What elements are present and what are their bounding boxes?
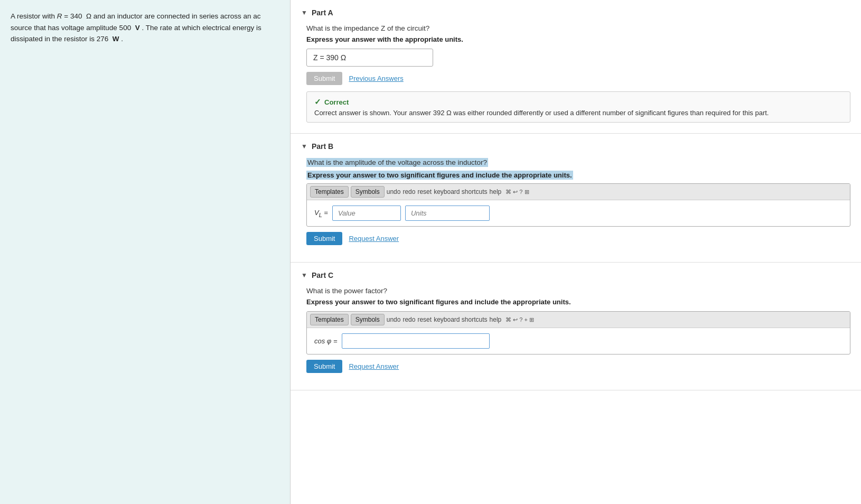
- part-b-reset-btn[interactable]: reset: [417, 188, 432, 195]
- part-c-collapse-arrow[interactable]: ▼: [301, 272, 307, 279]
- part-c-templates-btn[interactable]: Templates: [310, 314, 349, 325]
- part-c-math-label: cos φ =: [314, 337, 338, 345]
- part-b-templates-btn[interactable]: Templates: [310, 186, 349, 198]
- part-a-answer-display: Z = 390 Ω: [306, 49, 433, 67]
- part-a-previous-answers-button[interactable]: Previous Answers: [349, 74, 403, 82]
- part-b-question-block: What is the amplitude of the voltage acr…: [306, 158, 850, 166]
- part-b-help-btn[interactable]: help: [490, 188, 502, 195]
- part-b-input-row: VL =: [307, 200, 850, 226]
- part-a-submit-button[interactable]: Submit: [306, 72, 342, 85]
- problem-panel: A resistor with R = 340 Ω and an inducto…: [0, 0, 291, 504]
- part-b-section: ▼ Part B What is the amplitude of the vo…: [291, 134, 861, 263]
- part-c-instruction: Express your answer to two significant f…: [306, 298, 850, 306]
- part-b-header: ▼ Part B: [301, 142, 850, 151]
- part-b-content: What is the amplitude of the voltage acr…: [301, 158, 850, 245]
- part-c-question-block: What is the power factor? Express your a…: [306, 287, 850, 306]
- part-c-submit-button[interactable]: Submit: [306, 360, 342, 373]
- part-a-button-row: Submit Previous Answers: [306, 72, 850, 85]
- part-c-redo-btn[interactable]: redo: [403, 316, 415, 323]
- part-c-request-answer-button[interactable]: Request Answer: [349, 362, 399, 370]
- right-panel: ▼ Part A What is the impedance Z of the …: [291, 0, 861, 504]
- part-c-symbols-btn[interactable]: Symbols: [351, 314, 385, 325]
- part-a-label: Part A: [312, 8, 333, 17]
- part-b-label: Part B: [312, 142, 333, 151]
- part-b-math-editor: Templates Symbols undo redo reset keyboa…: [306, 183, 850, 227]
- part-a-section: ▼ Part A What is the impedance Z of the …: [291, 0, 861, 134]
- part-b-value-input[interactable]: [332, 206, 401, 221]
- problem-text: A resistor with R = 340 Ω and an inducto…: [11, 11, 279, 45]
- part-a-content: What is the impedance Z of the circuit? …: [301, 24, 850, 123]
- part-b-redo-btn[interactable]: redo: [403, 188, 415, 195]
- part-b-toolbar-icons: ⌘ ↩ ? ⊞: [506, 189, 529, 195]
- part-b-symbols-btn[interactable]: Symbols: [351, 186, 385, 198]
- part-a-collapse-arrow[interactable]: ▼: [301, 9, 307, 16]
- part-b-instruction-block: Express your answer to two significant f…: [306, 171, 850, 179]
- part-a-correct-detail: Correct answer is shown. Your answer 392…: [314, 109, 843, 117]
- part-c-section: ▼ Part C What is the power factor? Expre…: [291, 263, 861, 390]
- part-c-math-editor: Templates Symbols undo redo reset keyboa…: [306, 311, 850, 354]
- part-c-header: ▼ Part C: [301, 271, 850, 279]
- part-c-question: What is the power factor?: [306, 287, 850, 295]
- part-a-correct-box: ✓ Correct Correct answer is shown. Your …: [306, 91, 850, 123]
- part-b-submit-button[interactable]: Submit: [306, 232, 342, 245]
- part-c-label: Part C: [312, 271, 333, 279]
- part-b-undo-btn[interactable]: undo: [387, 188, 401, 195]
- part-b-math-label: VL =: [314, 209, 328, 218]
- part-a-header: ▼ Part A: [301, 8, 850, 17]
- part-b-instruction: Express your answer to two significant f…: [306, 171, 573, 180]
- part-a-instruction: Express your answer with the appropriate…: [306, 35, 850, 43]
- part-c-content: What is the power factor? Express your a…: [301, 287, 850, 373]
- part-b-keyboard-btn[interactable]: keyboard shortcuts: [434, 188, 487, 195]
- part-c-reset-btn[interactable]: reset: [417, 316, 432, 323]
- part-c-toolbar: Templates Symbols undo redo reset keyboa…: [307, 312, 850, 328]
- part-c-input-row: cos φ =: [307, 328, 850, 354]
- part-c-undo-btn[interactable]: undo: [387, 316, 401, 323]
- part-b-request-answer-button[interactable]: Request Answer: [349, 235, 399, 242]
- part-a-question-block: What is the impedance Z of the circuit? …: [306, 24, 850, 43]
- part-a-correct-label: Correct: [324, 98, 349, 106]
- part-a-question: What is the impedance Z of the circuit?: [306, 24, 850, 32]
- part-a-correct-header: ✓ Correct: [314, 97, 843, 107]
- part-b-toolbar: Templates Symbols undo redo reset keyboa…: [307, 184, 850, 200]
- check-icon: ✓: [314, 97, 321, 107]
- part-c-toolbar-icons: ⌘ ↩ ? + ⊞: [506, 316, 534, 323]
- part-b-button-row: Submit Request Answer: [306, 232, 850, 245]
- part-c-help-btn[interactable]: help: [490, 316, 502, 323]
- part-b-collapse-arrow[interactable]: ▼: [301, 143, 307, 150]
- part-b-units-input[interactable]: [405, 206, 490, 221]
- part-c-keyboard-btn[interactable]: keyboard shortcuts: [434, 316, 487, 323]
- part-c-value-input[interactable]: [342, 333, 490, 349]
- part-b-question: What is the amplitude of the voltage acr…: [306, 158, 488, 167]
- part-c-button-row: Submit Request Answer: [306, 360, 850, 373]
